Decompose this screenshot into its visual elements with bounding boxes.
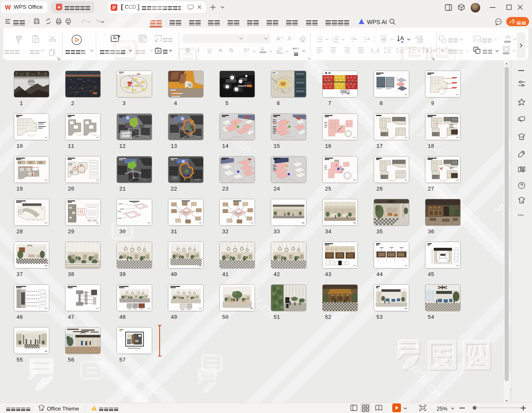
svg-text:A: A bbox=[441, 48, 445, 53]
svg-text:A: A bbox=[400, 35, 404, 42]
svg-text:P: P bbox=[112, 5, 116, 11]
svg-text:3: 3 bbox=[332, 41, 333, 43]
